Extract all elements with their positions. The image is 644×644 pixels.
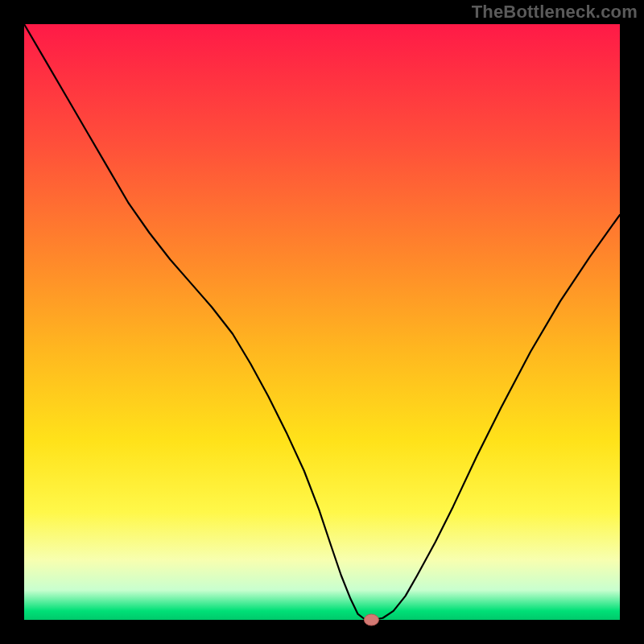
plot-background [24,24,620,620]
watermark-text: TheBottleneck.com [472,2,638,23]
optimal-marker [364,614,378,625]
chart-svg [0,0,644,644]
bottleneck-chart: TheBottleneck.com [0,0,644,644]
